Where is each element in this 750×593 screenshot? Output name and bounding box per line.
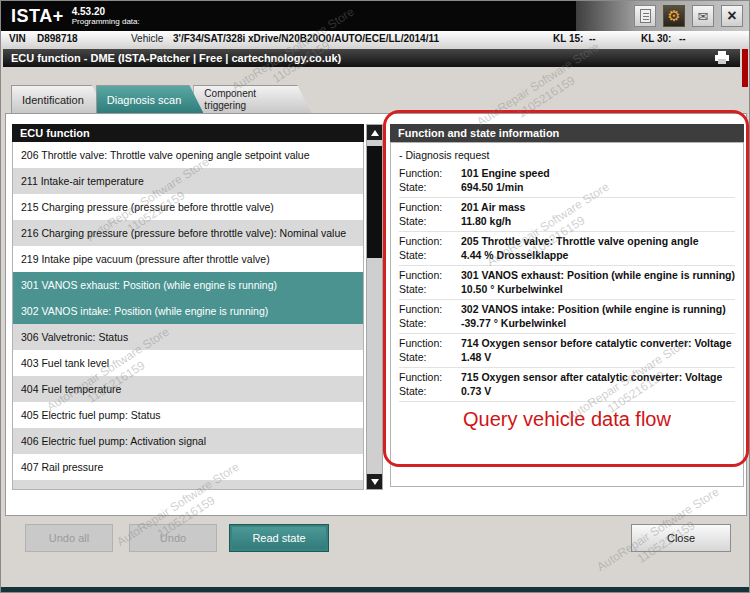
- documents-icon[interactable]: [634, 5, 656, 27]
- state-entry: Function:302 VANOS intake: Position (whi…: [399, 300, 735, 334]
- vehicle-label: Vehicle: [131, 33, 163, 44]
- ista-app-window: ISTA+ 4.53.20 Programming data: ⚙ ✉ × VI…: [0, 0, 750, 593]
- state-entries: Function:101 Engine speedState:694.50 1/…: [399, 164, 735, 402]
- ecu-list-item[interactable]: 206 Throttle valve: Throttle valve openi…: [13, 142, 363, 168]
- function-label: Function:: [399, 302, 461, 316]
- app-version: 4.53.20: [72, 6, 140, 18]
- function-value: 302 VANOS intake: Position (while engine…: [461, 302, 726, 316]
- state-value: 10.50 ° Kurbelwinkel: [461, 282, 563, 296]
- programming-data-label: Programming data:: [72, 17, 140, 26]
- scroll-up-button[interactable]: [367, 125, 382, 140]
- vin-label: VIN: [9, 33, 26, 44]
- vin-value: D898718: [37, 33, 78, 44]
- state-label: State:: [399, 384, 461, 398]
- state-entry: Function:101 Engine speedState:694.50 1/…: [399, 164, 735, 198]
- state-label: State:: [399, 316, 461, 330]
- document-glyph: [640, 9, 651, 23]
- ecu-list-item[interactable]: 306 Valvetronic: Status: [13, 324, 363, 350]
- function-value: 714 Oxygen sensor before catalytic conve…: [461, 336, 732, 350]
- tab-bar: Identification Diagnosis scan Component …: [11, 85, 301, 113]
- state-row: Function:205 Throttle valve: Throttle va…: [399, 234, 735, 248]
- diagnosis-request-line: - Diagnosis request: [399, 149, 735, 161]
- state-row: State:1.48 V: [399, 350, 735, 364]
- function-value: 201 Air mass: [461, 200, 525, 214]
- module-title: ECU function - DME (ISTA-Patcher | Free …: [11, 52, 341, 64]
- ecu-list-item[interactable]: 211 Intake-air temperature: [13, 168, 363, 194]
- function-label: Function:: [399, 268, 461, 282]
- ecu-list-item[interactable]: 406 Electric fuel pump: Activation signa…: [13, 428, 363, 454]
- close-window-icon[interactable]: ×: [721, 5, 743, 27]
- state-row: State:-39.77 ° Kurbelwinkel: [399, 316, 735, 330]
- state-entry: Function:205 Throttle valve: Throttle va…: [399, 232, 735, 266]
- settings-gear-icon[interactable]: ⚙: [663, 5, 685, 27]
- ecu-list-item[interactable]: 405 Electric fuel pump: Status: [13, 402, 363, 428]
- state-row: State:0.73 V: [399, 384, 735, 398]
- state-entry: Function:301 VANOS exhaust: Position (wh…: [399, 266, 735, 300]
- tab-component-triggering[interactable]: Component triggering: [193, 85, 311, 113]
- topbar-icon-tray: ⚙ ✉ ×: [576, 1, 750, 31]
- function-value: 101 Engine speed: [461, 166, 550, 180]
- state-label: State:: [399, 248, 461, 262]
- undo-all-button[interactable]: Undo all: [25, 524, 113, 552]
- annotation-text: Query vehicle data flow: [390, 408, 744, 431]
- ecu-list-item[interactable]: 302 VANOS intake: Position (while engine…: [13, 298, 363, 324]
- state-row: Function:301 VANOS exhaust: Position (wh…: [399, 268, 735, 282]
- state-value: 0.73 V: [461, 384, 491, 398]
- down-arrow-icon: [371, 479, 379, 485]
- ecu-list-item[interactable]: 404 Fuel temperature: [13, 376, 363, 402]
- state-entry: Function:201 Air massState:11.80 kg/h: [399, 198, 735, 232]
- function-label: Function:: [399, 234, 461, 248]
- state-row: Function:201 Air mass: [399, 200, 735, 214]
- ecu-list-scrollbar[interactable]: [366, 124, 383, 490]
- state-value: 11.80 kg/h: [461, 214, 511, 228]
- function-label: Function:: [399, 370, 461, 384]
- ecu-list-item[interactable]: 301 VANOS exhaust: Position (while engin…: [13, 272, 363, 298]
- ecu-function-list: 206 Throttle valve: Throttle valve openi…: [12, 142, 364, 490]
- module-title-bar: ECU function - DME (ISTA-Patcher | Free …: [3, 49, 740, 67]
- undo-button[interactable]: Undo: [129, 524, 217, 552]
- state-row: State:11.80 kg/h: [399, 214, 735, 228]
- main-content: ECU function 206 Throttle valve: Throttl…: [5, 113, 747, 516]
- kl15-value: --: [589, 33, 596, 44]
- state-row: State:4.44 % Drosselklappe: [399, 248, 735, 262]
- state-row: Function:302 VANOS intake: Position (whi…: [399, 302, 735, 316]
- state-info-header: Function and state information: [390, 124, 744, 142]
- ecu-list-item[interactable]: 216 Charging pressure (pressure before t…: [13, 220, 363, 246]
- function-label: Function:: [399, 200, 461, 214]
- state-info-panel: - Diagnosis request Function:101 Engine …: [390, 142, 744, 487]
- bottom-accent-bar: [1, 587, 750, 593]
- state-value: 694.50 1/min: [461, 180, 523, 194]
- print-icon[interactable]: [714, 51, 730, 65]
- scroll-thumb[interactable]: [367, 146, 382, 258]
- close-button[interactable]: Close: [631, 524, 731, 552]
- state-row: Function:714 Oxygen sensor before cataly…: [399, 336, 735, 350]
- tab-identification[interactable]: Identification: [11, 85, 106, 113]
- state-value: -39.77 ° Kurbelwinkel: [461, 316, 566, 330]
- tab-diagnosis-scan[interactable]: Diagnosis scan: [96, 85, 204, 113]
- state-value: 1.48 V: [461, 350, 491, 364]
- function-value: 205 Throttle valve: Throttle valve openi…: [461, 234, 698, 248]
- messages-envelope-icon[interactable]: ✉: [692, 5, 714, 27]
- function-value: 301 VANOS exhaust: Position (while engin…: [461, 268, 735, 282]
- version-block: 4.53.20 Programming data:: [72, 6, 140, 27]
- scroll-down-button[interactable]: [367, 474, 382, 489]
- state-row: Function:101 Engine speed: [399, 166, 735, 180]
- state-value: 4.44 % Drosselklappe: [461, 248, 568, 262]
- top-bar: ISTA+ 4.53.20 Programming data: ⚙ ✉ ×: [1, 1, 750, 31]
- app-logo: ISTA+: [1, 6, 64, 27]
- state-entry: Function:714 Oxygen sensor before cataly…: [399, 334, 735, 368]
- function-value: 715 Oxygen sensor after catalytic conver…: [461, 370, 722, 384]
- ecu-list-item[interactable]: 407 Rail pressure: [13, 454, 363, 480]
- read-state-button[interactable]: Read state: [229, 524, 329, 552]
- kl30-value: --: [679, 33, 686, 44]
- ecu-list-item[interactable]: 215 Charging pressure (pressure before t…: [13, 194, 363, 220]
- state-row: Function:715 Oxygen sensor after catalyt…: [399, 370, 735, 384]
- ecu-list-item[interactable]: 408 Rail pressure: Setpoint value (when …: [13, 480, 363, 490]
- ecu-list-item[interactable]: 403 Fuel tank level: [13, 350, 363, 376]
- state-label: State:: [399, 282, 461, 296]
- function-label: Function:: [399, 166, 461, 180]
- state-label: State:: [399, 180, 461, 194]
- kl30-label: KL 30:: [641, 33, 671, 44]
- ecu-list-item[interactable]: 219 Intake pipe vacuum (pressure after t…: [13, 246, 363, 272]
- state-row: State:694.50 1/min: [399, 180, 735, 194]
